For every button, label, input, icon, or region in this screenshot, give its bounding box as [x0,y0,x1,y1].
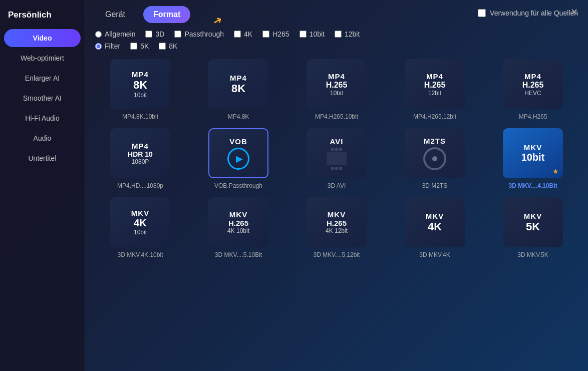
tab-geraet[interactable]: Gerät [95,6,135,23]
format-label-mp4-8k-10bit: MP4.8K.10bit [122,113,158,120]
format-label-mp4-h265: MP4.H265 [519,113,547,120]
filter-bar: Allgemein 3D Passthrough 4K [85,23,588,54]
format-label-3d-m2ts: 3D M2TS [422,182,448,189]
sidebar-item-enlarger-ai[interactable]: Enlarger AI [4,69,81,87]
checkbox-5k[interactable]: 5K [130,42,149,50]
format-icon-3d-m2ts: M2TS [405,128,465,178]
checkbox-8k[interactable]: 8K [159,42,177,50]
app-container: ✕ Persönlich Video Web-optimiert Enlarge… [0,0,588,371]
format-icon-3d-mkv-4-10bit: MKV 10bit ★ [503,128,563,178]
label-passthrough: Passthrough [184,30,224,38]
sidebar: Persönlich Video Web-optimiert Enlarger … [0,0,85,371]
main-layout: Persönlich Video Web-optimiert Enlarger … [0,0,588,371]
format-label-3d-mkv-4k-10bit: 3D MKV.4K.10bit [118,251,163,258]
sidebar-title: Persönlich [0,5,85,28]
format-card-3d-mkv-4k[interactable]: MKV 4K 3D MKV.4K [390,197,480,258]
format-icon-mp4-8k-10bit: MP4 8K 10bit [110,59,170,109]
format-card-mp4-8k[interactable]: MP4 8K MP4.8K [193,59,283,120]
vob-play-icon: ▶ [227,148,249,170]
use-all-sources-checkbox[interactable] [478,9,486,17]
format-label-mp4-h265-12bit: MP4.H265.12bit [413,113,456,120]
sidebar-item-untertitel[interactable]: Untertitel [4,149,81,167]
format-icon-mp4-h265: MP4 H.265 HEVC [503,59,563,109]
format-icon-3d-mkv-4k-10bit: MKV 4K 10bit [110,197,170,247]
film-strip-icon [327,148,347,170]
label-8k: 8K [169,42,177,50]
format-card-3d-mkv-4k-10bit[interactable]: MKV 4K 10bit 3D MKV.4K.10bit [95,197,185,258]
filter-label: Filter [105,42,120,50]
format-label-mp4-hd-1080p: MP4.HD....1080p [117,182,163,189]
format-label-mp4-h265-10bit: MP4.H265.10bit [315,113,358,120]
close-button[interactable]: ✕ [568,6,580,18]
filter-row-1: Allgemein 3D Passthrough 4K [95,30,578,38]
format-card-vob-passthrough[interactable]: VOB ▶ VOB.Passthrough [193,128,283,189]
label-h265: H265 [272,30,289,38]
sidebar-item-smoother-ai[interactable]: Smoother AI [4,89,81,107]
checkbox-12bit[interactable]: 12bit [335,30,360,38]
checkbox-10bit[interactable]: 10bit [300,30,325,38]
format-card-3d-m2ts[interactable]: M2TS 3D M2TS [390,128,480,189]
sidebar-item-web-optimiert[interactable]: Web-optimiert [4,49,81,67]
format-label-3d-mkv-4k: 3D MKV.4K [419,251,450,258]
format-card-3d-mkv-4-10bit[interactable]: MKV 10bit ★ 3D MKV....4.10Bit [488,128,578,189]
format-icon-3d-mkv-4k: MKV 4K [405,197,465,247]
format-label-mp4-8k: MP4.8K [228,113,249,120]
format-icon-mp4-hd-1080p: MP4 HDR 10 1080P [110,128,170,178]
radio-allgemein[interactable]: Allgemein [95,30,135,38]
star-icon: ★ [552,167,559,175]
format-label-3d-avi: 3D AVI [328,182,346,189]
tab-format[interactable]: Format [143,6,190,23]
format-icon-mp4-8k: MP4 8K [208,59,268,109]
format-card-mp4-hd-1080p[interactable]: MP4 HDR 10 1080P MP4.HD....1080p [95,128,185,189]
format-label-3d-mkv-5-10bit: 3D MKV....5.10Bit [215,251,262,258]
filter-row-2: Filter 5K 8K [95,42,578,50]
checkbox-h265[interactable]: H265 [262,30,289,38]
sidebar-item-audio[interactable]: Audio [4,129,81,147]
label-3d: 3D [155,30,164,38]
radio-filter[interactable]: Filter [95,42,120,50]
format-label-vob-passthrough: VOB.Passthrough [214,182,262,189]
format-icon-3d-mkv-5-12bit: MKV H.265 4K 12bit [307,197,367,247]
format-card-3d-mkv-5-12bit[interactable]: MKV H.265 4K 12bit 3D MKV....5.12bit [291,197,382,258]
format-card-3d-avi[interactable]: AVI [291,128,382,189]
label-10bit: 10bit [310,30,325,38]
format-icon-mp4-h265-12bit: MP4 H.265 12bit [405,59,465,109]
format-icon-3d-mkv-5k: MKV 5K [503,197,563,247]
label-5k: 5K [140,42,149,50]
format-icon-3d-mkv-5-10bit: MKV H.265 4K 10bit [208,197,268,247]
format-icon-3d-avi: AVI [307,128,367,178]
format-label-3d-mkv-5k: 3D MKV.5K [517,251,548,258]
format-card-3d-mkv-5k[interactable]: MKV 5K 3D MKV.5K [488,197,578,258]
format-icon-mp4-h265-10bit: MP4 H.265 10bit [307,59,367,109]
format-card-mp4-h265-10bit[interactable]: MP4 H.265 10bit MP4.H265.10bit [291,59,382,120]
checkbox-3d[interactable]: 3D [145,30,164,38]
checkbox-4k[interactable]: 4K [234,30,252,38]
format-icon-vob-passthrough: VOB ▶ [208,128,268,178]
use-all-sources: Verwendung für alle Quellen [478,9,578,17]
format-grid-container: MP4 8K 10bit MP4.8K.10bit MP4 8K MP4.8K [85,54,588,371]
format-label-3d-mkv-4-10bit: 3D MKV....4.10Bit [509,182,557,189]
format-card-mp4-h265[interactable]: MP4 H.265 HEVC MP4.H265 [488,59,578,120]
use-all-sources-label: Verwendung für alle Quellen [490,9,578,17]
sidebar-item-video[interactable]: Video [4,29,81,47]
format-card-mp4-8k-10bit[interactable]: MP4 8K 10bit MP4.8K.10bit [95,59,185,120]
format-label-3d-mkv-5-12bit: 3D MKV....5.12bit [314,251,360,258]
format-card-3d-mkv-5-10bit[interactable]: MKV H.265 4K 10bit 3D MKV....5.10Bit [193,197,283,258]
sidebar-item-hifi-audio[interactable]: Hi-Fi Audio [4,109,81,127]
label-12bit: 12bit [345,30,360,38]
label-4k: 4K [244,30,252,38]
checkbox-passthrough[interactable]: Passthrough [174,30,224,38]
allgemein-label: Allgemein [105,30,135,38]
reel-icon [423,147,446,170]
content-area: Gerät Format ➜ Verwendung für alle Quell… [85,0,588,371]
tab-bar: Gerät Format ➜ Verwendung für alle Quell… [85,0,588,23]
format-grid: MP4 8K 10bit MP4.8K.10bit MP4 8K MP4.8K [95,59,578,258]
format-card-mp4-h265-12bit[interactable]: MP4 H.265 12bit MP4.H265.12bit [390,59,480,120]
